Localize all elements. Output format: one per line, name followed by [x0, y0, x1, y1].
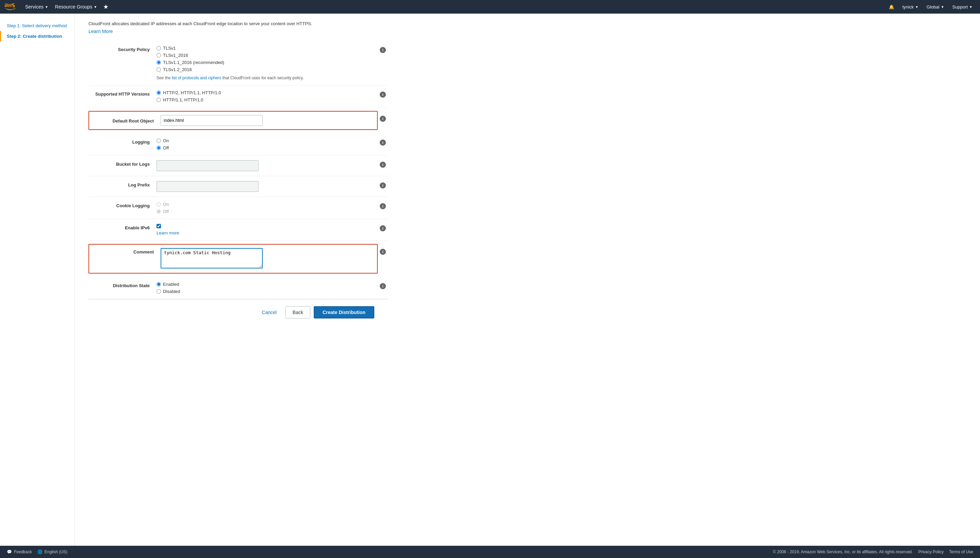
- comment-label: Comment: [92, 248, 161, 254]
- bucket-for-logs-row: Bucket for Logs i: [89, 156, 388, 176]
- security-policy-note: See the list of protocols and ciphers th…: [156, 75, 378, 80]
- logging-on-radio[interactable]: [156, 138, 161, 143]
- comment-info: i: [378, 244, 388, 255]
- form-section: CloudFront allocates dedicated IP addres…: [75, 14, 402, 339]
- default-root-object-control: [161, 115, 263, 126]
- security-policy-tlsv1-1-2016-radio[interactable]: [156, 60, 161, 65]
- sidebar-item-step1[interactable]: Step 1: Select delivery method: [0, 20, 74, 31]
- default-root-object-highlighted: Default Root Object: [89, 111, 378, 130]
- security-policy-tlsv1-1-2016[interactable]: TLSv1.1_2016 (recommended): [156, 60, 378, 65]
- cookie-logging-on[interactable]: On: [156, 202, 378, 207]
- log-prefix-info-icon[interactable]: i: [380, 182, 386, 189]
- language-button[interactable]: 🌐 English (US): [38, 550, 67, 554]
- log-prefix-info: i: [378, 181, 388, 189]
- feedback-chat-icon: 💬: [7, 550, 12, 554]
- username-chevron-icon: ▼: [915, 5, 918, 9]
- default-root-object-info-icon[interactable]: i: [380, 116, 386, 122]
- intro-text: CloudFront allocates dedicated IP addres…: [89, 20, 388, 27]
- intro-block: CloudFront allocates dedicated IP addres…: [89, 20, 388, 34]
- enable-ipv6-info-icon[interactable]: i: [380, 225, 386, 231]
- main-layout: Step 1: Select delivery method Step 2: C…: [0, 14, 980, 546]
- cookie-logging-off-radio[interactable]: [156, 209, 161, 214]
- comment-highlighted-container: Comment tynick.com Static Hosting i: [89, 244, 388, 274]
- distribution-state-info: i: [378, 282, 388, 289]
- bookmarks-star-icon[interactable]: ★: [100, 2, 111, 12]
- log-prefix-label: Log Prefix: [89, 181, 156, 187]
- logging-on[interactable]: On: [156, 138, 378, 143]
- services-chevron-icon: ▼: [45, 5, 48, 9]
- logging-off-radio[interactable]: [156, 146, 161, 150]
- sidebar-item-step2[interactable]: Step 2: Create distribution: [0, 31, 74, 41]
- security-policy-info: i: [378, 46, 388, 53]
- comment-highlighted: Comment tynick.com Static Hosting: [89, 244, 378, 274]
- comment-input[interactable]: tynick.com Static Hosting: [161, 248, 263, 268]
- security-policy-label: Security Policy: [89, 46, 156, 52]
- security-policy-tlsv1-2-2018[interactable]: TLSv1.2_2018: [156, 67, 378, 72]
- distribution-state-enabled[interactable]: Enabled: [156, 282, 378, 287]
- support-chevron-icon: ▼: [969, 5, 972, 9]
- enable-ipv6-checkbox-label[interactable]: [156, 224, 378, 228]
- enable-ipv6-learn-more-link[interactable]: Learn more: [156, 230, 378, 235]
- security-policy-tlsv1[interactable]: TLSv1: [156, 46, 378, 51]
- bucket-for-logs-input[interactable]: [156, 160, 259, 171]
- log-prefix-row: Log Prefix i: [89, 176, 388, 197]
- security-policy-tlsv1-2016-radio[interactable]: [156, 53, 161, 57]
- bottom-bar: 💬 Feedback 🌐 English (US) © 2008 - 2019,…: [0, 546, 980, 558]
- privacy-policy-link[interactable]: Privacy Policy: [918, 550, 944, 554]
- enable-ipv6-checkbox[interactable]: [156, 224, 161, 228]
- comment-control: tynick.com Static Hosting: [161, 248, 263, 269]
- region-button[interactable]: Global ▼: [923, 0, 947, 14]
- bucket-for-logs-info-icon[interactable]: i: [380, 162, 386, 168]
- logging-info: i: [378, 138, 388, 146]
- bucket-for-logs-label: Bucket for Logs: [89, 160, 156, 167]
- cookie-logging-on-radio[interactable]: [156, 202, 161, 207]
- terms-of-use-link[interactable]: Terms of Use: [949, 550, 973, 554]
- distribution-state-disabled-radio[interactable]: [156, 289, 161, 294]
- main-content: CloudFront allocates dedicated IP addres…: [75, 14, 980, 546]
- back-button[interactable]: Back: [286, 306, 310, 318]
- protocols-link[interactable]: list of protocols and ciphers: [172, 75, 221, 80]
- security-policy-tlsv1-2016[interactable]: TLSv1_2016: [156, 53, 378, 58]
- security-policy-tlsv1-radio[interactable]: [156, 46, 161, 50]
- distribution-state-enabled-radio[interactable]: [156, 282, 161, 287]
- logging-info-icon[interactable]: i: [380, 140, 386, 146]
- distribution-state-label: Distribution State: [89, 282, 156, 288]
- support-button[interactable]: Support ▼: [949, 0, 976, 14]
- services-nav-button[interactable]: Services ▼: [22, 0, 52, 14]
- security-policy-info-icon[interactable]: i: [380, 47, 386, 53]
- http-versions-http11[interactable]: HTTP/1.1, HTTP/1.0: [156, 97, 378, 102]
- default-root-object-highlighted-container: Default Root Object i: [89, 111, 388, 130]
- log-prefix-input[interactable]: [156, 181, 259, 192]
- enable-ipv6-row: Enable IPv6 Learn more i: [89, 219, 388, 241]
- distribution-state-disabled[interactable]: Disabled: [156, 289, 378, 294]
- http-versions-http2-radio[interactable]: [156, 90, 161, 95]
- notifications-button[interactable]: 🔔: [885, 0, 898, 14]
- top-nav: Services ▼ Resource Groups ▼ ★ 🔔 tynick …: [0, 0, 980, 14]
- username-button[interactable]: tynick ▼: [899, 0, 922, 14]
- region-chevron-icon: ▼: [941, 5, 944, 9]
- distribution-state-control: Enabled Disabled: [156, 282, 378, 294]
- learn-more-link[interactable]: Learn More: [89, 29, 113, 34]
- resource-groups-nav-button[interactable]: Resource Groups ▼: [52, 0, 101, 14]
- cancel-button[interactable]: Cancel: [256, 306, 282, 318]
- http-versions-info-icon[interactable]: i: [380, 92, 386, 98]
- logging-off[interactable]: Off: [156, 145, 378, 150]
- language-globe-icon: 🌐: [38, 550, 43, 554]
- footer-buttons: Cancel Back Create Distribution: [89, 299, 388, 325]
- cookie-logging-off[interactable]: Off: [156, 209, 378, 214]
- cookie-logging-info-icon[interactable]: i: [380, 203, 386, 209]
- default-root-object-input[interactable]: [161, 115, 263, 126]
- comment-info-icon[interactable]: i: [380, 249, 386, 255]
- feedback-button[interactable]: 💬 Feedback: [7, 550, 32, 554]
- aws-logo[interactable]: [4, 1, 16, 13]
- create-distribution-button[interactable]: Create Distribution: [314, 306, 374, 318]
- http-versions-http2[interactable]: HTTP/2, HTTP/1.1, HTTP/1.0: [156, 90, 378, 95]
- distribution-state-info-icon[interactable]: i: [380, 283, 386, 289]
- default-root-object-info: i: [378, 111, 388, 122]
- security-policy-row: Security Policy TLSv1 TLSv1_2016 TLSv1.1…: [89, 41, 388, 85]
- sidebar: Step 1: Select delivery method Step 2: C…: [0, 14, 75, 546]
- cookie-logging-info: i: [378, 202, 388, 209]
- nav-right: 🔔 tynick ▼ Global ▼ Support ▼: [885, 0, 976, 14]
- security-policy-tlsv1-2-2018-radio[interactable]: [156, 67, 161, 72]
- http-versions-http11-radio[interactable]: [156, 98, 161, 102]
